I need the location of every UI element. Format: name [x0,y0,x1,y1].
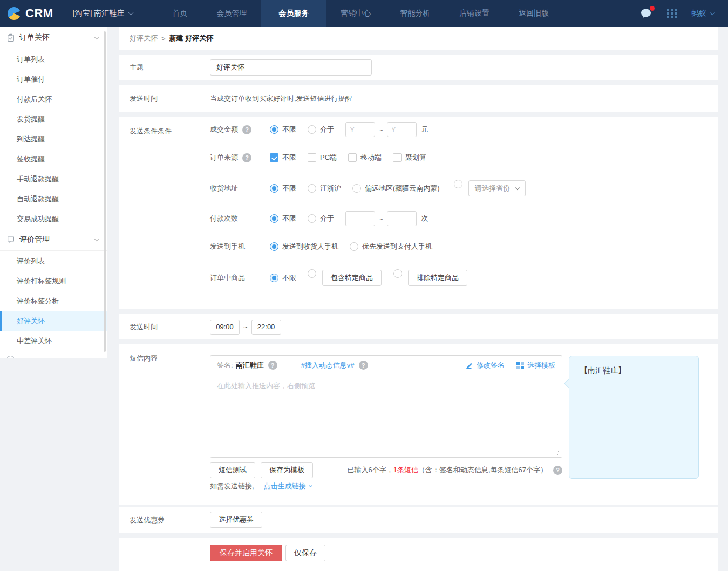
nav-item-analytics[interactable]: 智能分析 [385,0,445,27]
sms-content-label: 短信内容 [130,354,158,363]
insert-dynamic-link[interactable]: #插入动态信息v# [301,361,355,370]
checkbox-icon [348,153,357,162]
pay-count-min-input[interactable] [345,211,375,226]
send-to-option-receiver[interactable]: 发送到收货人手机 [270,242,338,251]
exclude-products-button[interactable]: 排除特定商品 [408,270,467,286]
nav-item-members[interactable]: 会员管理 [202,0,261,27]
sidebar-item-shipping-reminder[interactable]: 发货提醒 [0,109,107,129]
help-icon[interactable] [242,125,251,134]
help-icon[interactable] [359,361,368,370]
nav-item-home[interactable]: 首页 [158,0,202,27]
source-option-juhuasuan[interactable]: 聚划算 [393,153,426,162]
navbar-right: 蚂蚁 [639,8,728,20]
help-icon[interactable] [553,466,562,475]
amount-max-input[interactable] [387,122,417,137]
breadcrumb-parent[interactable]: 好评关怀 [130,33,158,43]
sidebar-item-order-list[interactable]: 订单列表 [0,49,107,69]
amount-option-unlimited[interactable]: 不限 [270,125,296,134]
divider [190,55,190,80]
sidebar-section-review-management[interactable]: 评价管理 [0,229,107,251]
condition-amount: 成交金额 不限 介于 ~ 元 [210,121,428,138]
source-option-unlimited[interactable]: 不限 [270,153,296,162]
address-option-remote[interactable]: 偏远地区(藏疆云南内蒙) [352,183,440,193]
store-switcher[interactable]: [淘宝] 南汇鞋庄 [73,9,133,18]
sms-composer: 签名: 南汇鞋庄 #插入动态信息v# 修改签名 [210,355,562,458]
source-label: 订单来源 [210,153,238,162]
breadcrumb: 好评关怀 > 新建 好评关怀 [119,27,718,50]
send-window-end-input[interactable] [251,320,281,335]
sidebar-item-review-list[interactable]: 评价列表 [0,251,107,271]
radio-icon [352,184,361,193]
sms-message-textarea[interactable] [210,375,562,457]
trigger-row: 发送时间 当成交订单收到买家好评时,发送短信进行提醒 [119,85,718,112]
sidebar-item-order-payment-reminder[interactable]: 订单催付 [0,69,107,89]
edit-signature-link[interactable]: 修改签名 [466,361,505,370]
send-to-option-payer[interactable]: 优先发送到支付人手机 [350,242,432,251]
top-navbar: CRM [淘宝] 南汇鞋庄 首页 会员管理 会员服务 营销中心 智能分析 店铺设… [0,0,728,27]
sidebar-item-manual-refund-reminder[interactable]: 手动退款提醒 [0,169,107,189]
resize-handle-icon[interactable] [556,451,561,456]
tilde-separator: ~ [379,215,383,223]
sms-preview-bubble: 【南汇鞋庄】 [569,356,699,479]
sidebar-scrollbar[interactable] [104,31,106,352]
checkbox-checked-icon [270,153,278,162]
amount-min-input[interactable] [345,122,375,137]
pay-count-max-input[interactable] [387,211,417,226]
pay-count-option-unlimited[interactable]: 不限 [270,214,296,223]
nav-item-marketing[interactable]: 营销中心 [326,0,385,27]
sidebar-item-receipt-reminder[interactable]: 签收提醒 [0,149,107,169]
sidebar-item-arrival-reminder[interactable]: 到达提醒 [0,129,107,149]
amount-option-between[interactable]: 介于 [308,125,334,134]
address-option-unlimited[interactable]: 不限 [270,183,296,193]
save-and-enable-button[interactable]: 保存并启用关怀 [210,545,282,561]
nav-item-member-service[interactable]: 会员服务 [261,0,326,27]
help-icon[interactable] [242,153,251,162]
sidebar-item-positive-review-care[interactable]: 好评关怀 [0,311,107,331]
subject-input[interactable] [210,59,372,76]
help-icon[interactable] [268,361,277,370]
sidebar-item-after-payment-care[interactable]: 付款后关怀 [0,89,107,109]
choose-coupon-button[interactable]: 选择优惠券 [210,512,262,528]
notification-dot [650,6,655,11]
send-window-start-input[interactable] [210,320,240,335]
save-only-button[interactable]: 仅保存 [285,545,325,561]
sidebar-item-review-tag-rules[interactable]: 评价打标签规则 [0,271,107,291]
sidebar-item-auto-refund-reminder[interactable]: 自动退款提醒 [0,189,107,209]
divider [190,117,190,309]
user-menu[interactable]: 蚂蚁 [691,9,714,18]
counter-count: 1条短信 [393,465,418,475]
condition-address: 收货地址 不限 江浙沪 偏远地区(藏疆云南内蒙) 请选择省份 [210,180,526,196]
save-as-template-button[interactable]: 保存为模板 [261,462,313,478]
products-option-exclude-radio[interactable] [393,269,402,278]
send-window-label: 发送时间 [130,322,158,332]
source-option-mobile[interactable]: 移动端 [348,153,382,162]
source-option-pc[interactable]: PC端 [308,153,337,162]
include-products-button[interactable]: 包含特定商品 [322,270,382,286]
choose-template-link[interactable]: 选择模板 [516,361,555,370]
products-option-include-radio[interactable] [308,269,316,278]
nav-item-shop-settings[interactable]: 店铺设置 [445,0,504,27]
send-to-label: 发送到手机 [210,242,245,251]
sidebar-item-negative-review-care[interactable]: 中差评关怀 [0,331,107,351]
messages-button[interactable] [639,8,652,20]
sidebar-section-order-care[interactable]: 订单关怀 [0,27,107,49]
sidebar-item-review-tag-analysis[interactable]: 评价标签分析 [0,291,107,311]
actions-row: 保存并启用关怀 仅保存 [119,538,718,571]
products-option-unlimited[interactable]: 不限 [270,273,296,283]
province-select[interactable]: 请选择省份 [468,180,526,196]
sidebar-item-trade-success-reminder[interactable]: 交易成功提醒 [0,209,107,229]
generate-link-action[interactable]: 点击生成链接 [264,481,312,491]
link-hint: 如需发送链接, [210,481,254,491]
address-option-province-radio[interactable] [454,180,462,188]
apps-grid-button[interactable] [667,9,677,18]
pay-count-option-between[interactable]: 介于 [308,214,334,223]
tilde-separator: ~ [243,323,248,331]
clipped-section-icon [6,356,15,358]
nav-item-old-version[interactable]: 返回旧版 [504,0,563,27]
radio-selected-icon [270,274,278,282]
pay-count-unit: 次 [421,214,428,223]
sms-test-button[interactable]: 短信测试 [210,462,255,478]
divider [190,314,190,339]
address-option-jiangzhehu[interactable]: 江浙沪 [308,183,341,193]
radio-icon [350,242,358,251]
